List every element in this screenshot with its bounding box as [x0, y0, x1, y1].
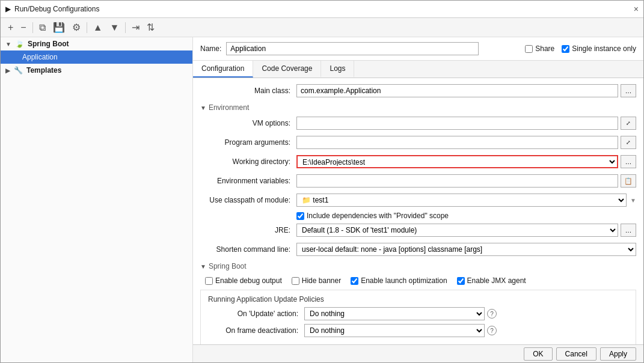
single-instance-label-text: Single instance only	[572, 44, 636, 53]
tab-configuration[interactable]: Configuration	[193, 61, 253, 78]
enable-debug-checkbox[interactable]	[205, 277, 213, 285]
close-button[interactable]: ×	[634, 4, 639, 14]
window-title: Run/Debug Configurations	[14, 5, 99, 13]
toolbar: + − ⧉ 💾 ⚙ ▲ ▼ ⇥ ⇅	[1, 18, 643, 37]
name-bar: Name: Share Single instance only	[193, 37, 643, 61]
env-vars-label: Environment variables:	[200, 177, 296, 185]
titlebar: ▶ Run/Debug Configurations ×	[1, 1, 643, 18]
run-debug-window: ▶ Run/Debug Configurations × + − ⧉ 💾 ⚙ ▲…	[0, 0, 644, 363]
vm-options-input[interactable]	[296, 117, 618, 130]
sidebar-group-templates[interactable]: ▶ 🔧 Templates	[1, 64, 192, 77]
enable-debug-text: Enable debug output	[215, 276, 282, 285]
save-button[interactable]: 💾	[51, 20, 67, 34]
jre-browse-button[interactable]: …	[621, 224, 636, 237]
include-deps-label: Include dependencies with "Provided" sco…	[307, 212, 449, 220]
springboot-expand-arrow: ▼	[5, 41, 11, 47]
on-frame-row: On frame deactivation: Do nothing Update…	[208, 324, 628, 337]
spring-boot-arrow: ▼	[200, 263, 206, 270]
toolbar-separator-2	[87, 22, 87, 33]
main-class-control: …	[296, 84, 636, 97]
name-input[interactable]	[226, 42, 479, 55]
springboot-icon: 🍃	[15, 40, 24, 48]
enable-debug-label[interactable]: Enable debug output	[205, 276, 282, 285]
enable-launch-text: Enable launch optimization	[361, 276, 447, 285]
main-class-browse-button[interactable]: …	[621, 84, 636, 97]
vm-options-expand-button[interactable]: ⤢	[621, 117, 636, 130]
on-update-label: On 'Update' action:	[208, 310, 304, 318]
up-button[interactable]: ▲	[91, 21, 105, 34]
share-checkbox-label[interactable]: Share	[525, 44, 554, 53]
single-instance-checkbox-label[interactable]: Single instance only	[562, 44, 636, 53]
vm-options-control: ⤢	[296, 117, 636, 130]
include-deps-row: Include dependencies with "Provided" sco…	[200, 212, 636, 220]
classpath-control: 📁 test1 ▼	[296, 194, 636, 207]
on-update-select[interactable]: Do nothing Update resources Update class…	[304, 307, 485, 320]
tab-logs[interactable]: Logs	[321, 61, 354, 78]
program-args-label: Program arguments:	[200, 138, 296, 147]
application-label: Application	[22, 53, 58, 61]
sort-button[interactable]: ⇅	[144, 20, 157, 34]
program-args-row: Program arguments: ⤢	[200, 135, 636, 150]
tabs: Configuration Code Coverage Logs	[193, 61, 643, 78]
env-vars-input[interactable]	[296, 174, 618, 188]
remove-button[interactable]: −	[18, 21, 28, 34]
working-dir-select[interactable]: E:\IdeaProjects\test	[296, 155, 618, 168]
hide-banner-checkbox[interactable]	[292, 277, 299, 285]
ok-button[interactable]: OK	[524, 347, 552, 361]
on-frame-label: On frame deactivation:	[208, 326, 304, 335]
on-update-help-icon[interactable]: ?	[487, 309, 497, 319]
env-vars-row: Environment variables: 📋	[200, 173, 636, 189]
working-dir-row: Working directory: E:\IdeaProjects\test …	[200, 154, 636, 169]
config-panel: Main class: … ▼ Environment VM options:	[193, 78, 643, 344]
bottom-bar: OK Cancel Apply	[193, 344, 643, 362]
main-class-input[interactable]	[296, 84, 618, 97]
include-deps-checkbox[interactable]	[296, 212, 304, 220]
cancel-button[interactable]: Cancel	[556, 347, 596, 361]
enable-jmx-checkbox[interactable]	[457, 277, 465, 285]
jre-select[interactable]: Default (1.8 - SDK of 'test1' module)	[296, 224, 618, 237]
apply-button[interactable]: Apply	[600, 347, 636, 361]
program-args-input[interactable]	[296, 136, 618, 149]
single-instance-checkbox[interactable]	[562, 45, 569, 53]
on-update-row: On 'Update' action: Do nothing Update re…	[208, 307, 628, 320]
shorten-select[interactable]: user-local default: none - java [options…	[296, 243, 636, 256]
move-button[interactable]: ⇥	[129, 20, 142, 34]
shorten-control: user-local default: none - java [options…	[296, 243, 636, 256]
working-dir-control: E:\IdeaProjects\test …	[296, 155, 636, 168]
main-class-row: Main class: …	[200, 83, 636, 99]
env-vars-control: 📋	[296, 174, 636, 188]
on-frame-select[interactable]: Do nothing Update resources Update class…	[304, 324, 485, 337]
program-args-expand-button[interactable]: ⤢	[621, 136, 636, 149]
sidebar-item-application[interactable]: Application	[1, 50, 192, 64]
share-checkbox[interactable]	[525, 45, 533, 53]
jre-row: JRE: Default (1.8 - SDK of 'test1' modul…	[200, 222, 636, 238]
env-vars-browse-button[interactable]: 📋	[621, 174, 636, 188]
right-panel: Name: Share Single instance only Configu…	[193, 37, 643, 362]
program-args-control: ⤢	[296, 136, 636, 149]
enable-jmx-label[interactable]: Enable JMX agent	[457, 276, 526, 285]
share-section: Share Single instance only	[525, 44, 636, 53]
update-policies-title: Running Application Update Policies	[208, 295, 628, 304]
spring-options-row: Enable debug output Hide banner Enable l…	[200, 274, 636, 287]
toolbar-separator-1	[32, 22, 33, 33]
enable-launch-checkbox[interactable]	[351, 277, 358, 285]
classpath-label: Use classpath of module:	[200, 196, 296, 204]
sidebar-group-springboot[interactable]: ▼ 🍃 Spring Boot	[1, 37, 192, 50]
toolbar-separator-3	[125, 22, 126, 33]
main-class-label: Main class:	[200, 87, 296, 95]
sidebar-group-templates-label: Templates	[26, 66, 61, 75]
working-dir-browse-button[interactable]: …	[621, 155, 636, 168]
settings-button[interactable]: ⚙	[70, 20, 83, 34]
shorten-label: Shorten command line:	[200, 245, 296, 254]
tab-code-coverage[interactable]: Code Coverage	[253, 61, 321, 78]
sidebar-group-springboot-label: Spring Boot	[28, 40, 69, 48]
add-button[interactable]: +	[5, 21, 16, 34]
copy-button[interactable]: ⧉	[37, 21, 48, 34]
on-frame-help-icon[interactable]: ?	[487, 326, 497, 335]
enable-launch-label[interactable]: Enable launch optimization	[351, 276, 447, 285]
classpath-select[interactable]: 📁 test1	[296, 194, 627, 207]
hide-banner-label[interactable]: Hide banner	[292, 276, 341, 285]
shorten-row: Shorten command line: user-local default…	[200, 242, 636, 257]
down-button[interactable]: ▼	[108, 21, 122, 34]
update-policies-section: Running Application Update Policies On '…	[200, 290, 636, 344]
